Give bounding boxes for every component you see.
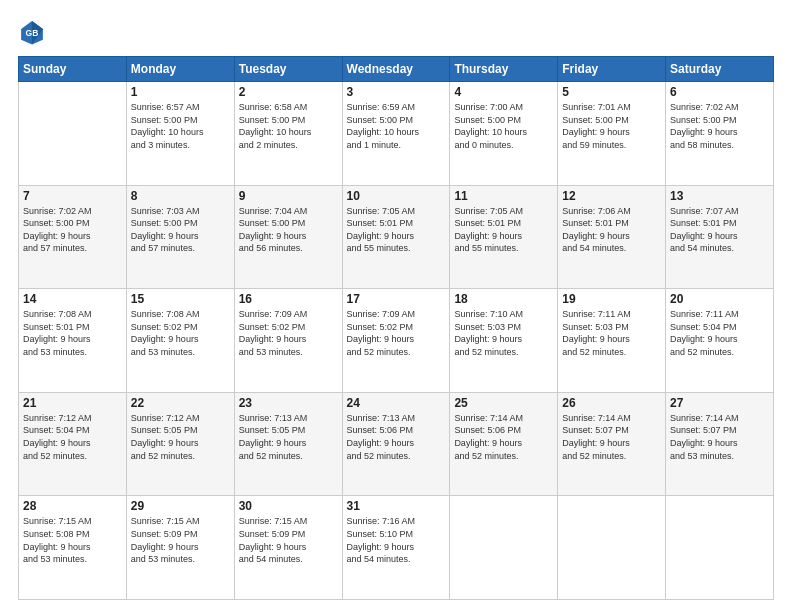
day-info: Sunrise: 6:59 AM Sunset: 5:00 PM Dayligh… [347, 101, 446, 151]
calendar-cell: 22Sunrise: 7:12 AM Sunset: 5:05 PM Dayli… [126, 392, 234, 496]
day-number: 14 [23, 292, 122, 306]
day-number: 16 [239, 292, 338, 306]
day-info: Sunrise: 7:14 AM Sunset: 5:06 PM Dayligh… [454, 412, 553, 462]
calendar-cell: 24Sunrise: 7:13 AM Sunset: 5:06 PM Dayli… [342, 392, 450, 496]
day-info: Sunrise: 7:12 AM Sunset: 5:04 PM Dayligh… [23, 412, 122, 462]
weekday-header-thursday: Thursday [450, 57, 558, 82]
calendar-cell: 16Sunrise: 7:09 AM Sunset: 5:02 PM Dayli… [234, 289, 342, 393]
day-info: Sunrise: 7:05 AM Sunset: 5:01 PM Dayligh… [347, 205, 446, 255]
calendar-cell: 21Sunrise: 7:12 AM Sunset: 5:04 PM Dayli… [19, 392, 127, 496]
calendar-cell: 19Sunrise: 7:11 AM Sunset: 5:03 PM Dayli… [558, 289, 666, 393]
day-info: Sunrise: 7:06 AM Sunset: 5:01 PM Dayligh… [562, 205, 661, 255]
day-number: 8 [131, 189, 230, 203]
calendar-cell: 6Sunrise: 7:02 AM Sunset: 5:00 PM Daylig… [666, 82, 774, 186]
day-info: Sunrise: 7:05 AM Sunset: 5:01 PM Dayligh… [454, 205, 553, 255]
day-number: 1 [131, 85, 230, 99]
day-number: 4 [454, 85, 553, 99]
day-info: Sunrise: 7:10 AM Sunset: 5:03 PM Dayligh… [454, 308, 553, 358]
day-info: Sunrise: 7:04 AM Sunset: 5:00 PM Dayligh… [239, 205, 338, 255]
day-info: Sunrise: 7:14 AM Sunset: 5:07 PM Dayligh… [562, 412, 661, 462]
calendar-cell: 7Sunrise: 7:02 AM Sunset: 5:00 PM Daylig… [19, 185, 127, 289]
day-number: 20 [670, 292, 769, 306]
day-info: Sunrise: 7:12 AM Sunset: 5:05 PM Dayligh… [131, 412, 230, 462]
calendar-cell: 3Sunrise: 6:59 AM Sunset: 5:00 PM Daylig… [342, 82, 450, 186]
day-info: Sunrise: 7:14 AM Sunset: 5:07 PM Dayligh… [670, 412, 769, 462]
day-number: 3 [347, 85, 446, 99]
day-number: 25 [454, 396, 553, 410]
calendar-cell [450, 496, 558, 600]
day-info: Sunrise: 7:01 AM Sunset: 5:00 PM Dayligh… [562, 101, 661, 151]
weekday-header-wednesday: Wednesday [342, 57, 450, 82]
day-info: Sunrise: 7:13 AM Sunset: 5:05 PM Dayligh… [239, 412, 338, 462]
logo-icon: GB [18, 18, 46, 46]
calendar-week-row: 14Sunrise: 7:08 AM Sunset: 5:01 PM Dayli… [19, 289, 774, 393]
day-info: Sunrise: 7:15 AM Sunset: 5:09 PM Dayligh… [131, 515, 230, 565]
day-info: Sunrise: 7:11 AM Sunset: 5:03 PM Dayligh… [562, 308, 661, 358]
calendar-cell: 20Sunrise: 7:11 AM Sunset: 5:04 PM Dayli… [666, 289, 774, 393]
calendar-cell: 1Sunrise: 6:57 AM Sunset: 5:00 PM Daylig… [126, 82, 234, 186]
calendar-cell: 28Sunrise: 7:15 AM Sunset: 5:08 PM Dayli… [19, 496, 127, 600]
calendar-cell: 2Sunrise: 6:58 AM Sunset: 5:00 PM Daylig… [234, 82, 342, 186]
day-number: 12 [562, 189, 661, 203]
calendar-cell [19, 82, 127, 186]
day-info: Sunrise: 7:02 AM Sunset: 5:00 PM Dayligh… [670, 101, 769, 151]
calendar-cell: 13Sunrise: 7:07 AM Sunset: 5:01 PM Dayli… [666, 185, 774, 289]
day-number: 15 [131, 292, 230, 306]
day-number: 30 [239, 499, 338, 513]
svg-text:GB: GB [26, 28, 39, 38]
day-info: Sunrise: 7:09 AM Sunset: 5:02 PM Dayligh… [239, 308, 338, 358]
calendar-table: SundayMondayTuesdayWednesdayThursdayFrid… [18, 56, 774, 600]
day-number: 31 [347, 499, 446, 513]
calendar-cell: 15Sunrise: 7:08 AM Sunset: 5:02 PM Dayli… [126, 289, 234, 393]
calendar-cell: 29Sunrise: 7:15 AM Sunset: 5:09 PM Dayli… [126, 496, 234, 600]
day-info: Sunrise: 7:07 AM Sunset: 5:01 PM Dayligh… [670, 205, 769, 255]
weekday-header-tuesday: Tuesday [234, 57, 342, 82]
day-number: 19 [562, 292, 661, 306]
day-number: 2 [239, 85, 338, 99]
day-number: 10 [347, 189, 446, 203]
day-number: 27 [670, 396, 769, 410]
calendar-cell [666, 496, 774, 600]
calendar-cell: 10Sunrise: 7:05 AM Sunset: 5:01 PM Dayli… [342, 185, 450, 289]
day-number: 5 [562, 85, 661, 99]
weekday-header-saturday: Saturday [666, 57, 774, 82]
day-number: 24 [347, 396, 446, 410]
calendar-cell: 27Sunrise: 7:14 AM Sunset: 5:07 PM Dayli… [666, 392, 774, 496]
calendar-cell: 12Sunrise: 7:06 AM Sunset: 5:01 PM Dayli… [558, 185, 666, 289]
header: GB [18, 18, 774, 46]
day-info: Sunrise: 7:15 AM Sunset: 5:08 PM Dayligh… [23, 515, 122, 565]
calendar-cell: 18Sunrise: 7:10 AM Sunset: 5:03 PM Dayli… [450, 289, 558, 393]
day-number: 23 [239, 396, 338, 410]
day-info: Sunrise: 7:09 AM Sunset: 5:02 PM Dayligh… [347, 308, 446, 358]
day-number: 11 [454, 189, 553, 203]
day-info: Sunrise: 7:13 AM Sunset: 5:06 PM Dayligh… [347, 412, 446, 462]
day-number: 18 [454, 292, 553, 306]
calendar-cell: 5Sunrise: 7:01 AM Sunset: 5:00 PM Daylig… [558, 82, 666, 186]
day-number: 6 [670, 85, 769, 99]
weekday-header-sunday: Sunday [19, 57, 127, 82]
calendar-cell: 9Sunrise: 7:04 AM Sunset: 5:00 PM Daylig… [234, 185, 342, 289]
day-info: Sunrise: 7:11 AM Sunset: 5:04 PM Dayligh… [670, 308, 769, 358]
calendar-cell: 17Sunrise: 7:09 AM Sunset: 5:02 PM Dayli… [342, 289, 450, 393]
day-number: 9 [239, 189, 338, 203]
calendar-week-row: 7Sunrise: 7:02 AM Sunset: 5:00 PM Daylig… [19, 185, 774, 289]
day-number: 26 [562, 396, 661, 410]
day-number: 21 [23, 396, 122, 410]
calendar-week-row: 28Sunrise: 7:15 AM Sunset: 5:08 PM Dayli… [19, 496, 774, 600]
calendar-cell: 8Sunrise: 7:03 AM Sunset: 5:00 PM Daylig… [126, 185, 234, 289]
calendar-cell: 30Sunrise: 7:15 AM Sunset: 5:09 PM Dayli… [234, 496, 342, 600]
calendar-week-row: 21Sunrise: 7:12 AM Sunset: 5:04 PM Dayli… [19, 392, 774, 496]
day-number: 13 [670, 189, 769, 203]
weekday-header-monday: Monday [126, 57, 234, 82]
day-number: 17 [347, 292, 446, 306]
calendar-cell: 23Sunrise: 7:13 AM Sunset: 5:05 PM Dayli… [234, 392, 342, 496]
logo: GB [18, 18, 50, 46]
day-info: Sunrise: 7:03 AM Sunset: 5:00 PM Dayligh… [131, 205, 230, 255]
weekday-header-row: SundayMondayTuesdayWednesdayThursdayFrid… [19, 57, 774, 82]
day-number: 22 [131, 396, 230, 410]
calendar-cell: 25Sunrise: 7:14 AM Sunset: 5:06 PM Dayli… [450, 392, 558, 496]
day-info: Sunrise: 7:08 AM Sunset: 5:02 PM Dayligh… [131, 308, 230, 358]
calendar-cell: 31Sunrise: 7:16 AM Sunset: 5:10 PM Dayli… [342, 496, 450, 600]
day-info: Sunrise: 7:16 AM Sunset: 5:10 PM Dayligh… [347, 515, 446, 565]
weekday-header-friday: Friday [558, 57, 666, 82]
